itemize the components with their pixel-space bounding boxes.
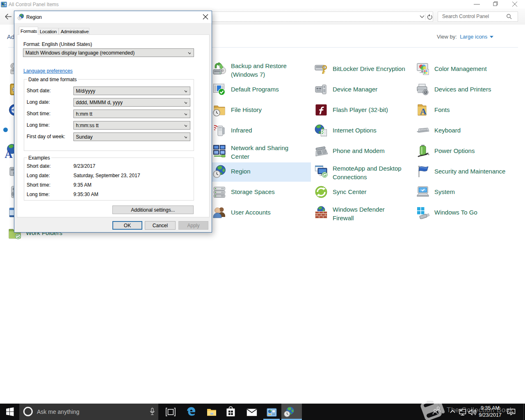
svg-text:A: A	[5, 148, 13, 160]
svg-text:A: A	[420, 106, 427, 116]
